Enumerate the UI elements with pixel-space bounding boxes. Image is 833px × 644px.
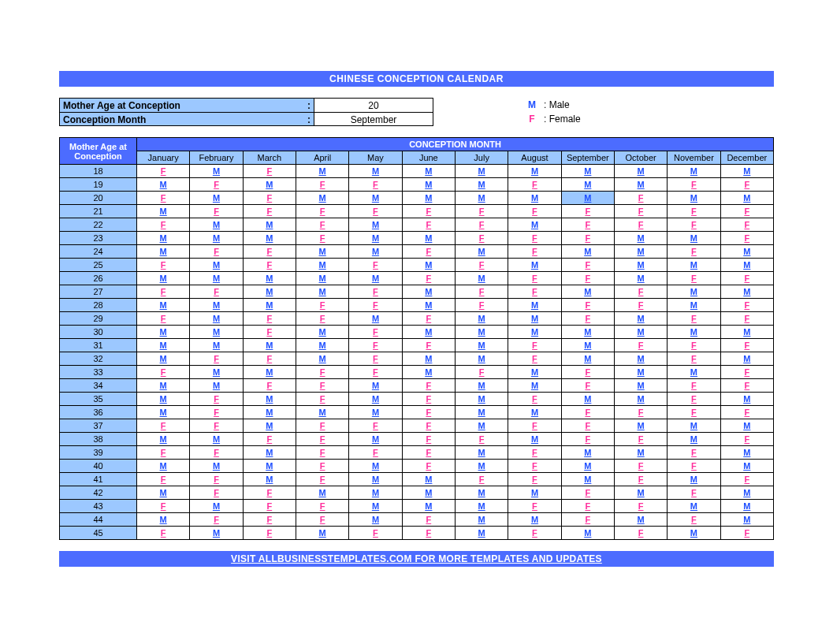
age-cell: 41: [60, 473, 137, 486]
gender-cell: M: [614, 486, 667, 500]
gender-cell: M: [402, 285, 455, 299]
gender-cell: F: [402, 446, 455, 460]
age-cell: 37: [60, 419, 137, 433]
param-colon: :: [295, 98, 314, 112]
gender-cell: F: [296, 205, 348, 218]
gender-cell: M: [455, 192, 508, 205]
gender-cell: F: [296, 473, 348, 486]
gender-cell: F: [720, 406, 773, 419]
gender-cell: M: [668, 232, 720, 245]
gender-cell: F: [508, 245, 561, 259]
gender-cell: F: [137, 192, 190, 205]
gender-cell: F: [190, 419, 243, 433]
header-month: September: [561, 151, 614, 165]
gender-cell: F: [296, 218, 348, 232]
gender-cell: M: [455, 460, 508, 473]
gender-cell: F: [455, 232, 508, 245]
gender-cell: M: [190, 259, 243, 272]
gender-cell: M: [561, 192, 614, 205]
gender-cell: M: [614, 259, 667, 272]
gender-cell: M: [296, 245, 348, 259]
gender-cell: M: [720, 326, 773, 339]
gender-cell: M: [402, 486, 455, 500]
gender-cell: M: [508, 165, 561, 178]
gender-cell: M: [296, 527, 348, 540]
gender-cell: M: [720, 419, 773, 433]
gender-cell: F: [296, 379, 348, 393]
gender-cell: F: [243, 352, 296, 366]
header-month-group: CONCEPTION MONTH: [137, 138, 774, 151]
gender-cell: M: [349, 513, 402, 527]
gender-cell: F: [561, 433, 614, 446]
gender-cell: F: [720, 473, 773, 486]
gender-cell: F: [190, 178, 243, 192]
age-cell: 35: [60, 393, 137, 406]
gender-cell: M: [455, 312, 508, 326]
gender-cell: F: [190, 473, 243, 486]
gender-cell: M: [349, 486, 402, 500]
gender-cell: F: [349, 352, 402, 366]
gender-cell: M: [137, 393, 190, 406]
gender-cell: M: [561, 285, 614, 299]
gender-cell: M: [349, 232, 402, 245]
gender-cell: M: [349, 433, 402, 446]
gender-cell: M: [508, 513, 561, 527]
gender-cell: F: [561, 299, 614, 312]
gender-cell: M: [190, 326, 243, 339]
gender-cell: M: [296, 406, 348, 419]
gender-cell: F: [455, 218, 508, 232]
gender-cell: F: [243, 513, 296, 527]
gender-cell: M: [137, 379, 190, 393]
gender-cell: F: [349, 366, 402, 379]
gender-cell: M: [137, 245, 190, 259]
gender-cell: F: [614, 285, 667, 299]
gender-cell: F: [668, 513, 720, 527]
gender-cell: M: [190, 379, 243, 393]
gender-cell: F: [561, 259, 614, 272]
gender-cell: M: [614, 272, 667, 285]
header-month: May: [349, 151, 402, 165]
gender-cell: F: [508, 352, 561, 366]
age-cell: 44: [60, 513, 137, 527]
gender-cell: M: [137, 272, 190, 285]
param-age-label: Mother Age at Conception: [59, 98, 295, 112]
header-month: April: [296, 151, 348, 165]
gender-cell: M: [296, 339, 348, 352]
param-colon: :: [295, 112, 314, 126]
age-cell: 43: [60, 500, 137, 513]
gender-cell: M: [668, 473, 720, 486]
gender-cell: M: [243, 460, 296, 473]
header-month: November: [668, 151, 720, 165]
gender-cell: M: [243, 393, 296, 406]
gender-cell: M: [190, 527, 243, 540]
age-cell: 32: [60, 352, 137, 366]
gender-cell: F: [296, 500, 348, 513]
gender-cell: M: [137, 513, 190, 527]
age-cell: 20: [60, 192, 137, 205]
gender-cell: M: [296, 352, 348, 366]
gender-cell: M: [614, 232, 667, 245]
gender-cell: M: [349, 245, 402, 259]
gender-cell: F: [243, 326, 296, 339]
param-month-value[interactable]: September: [314, 112, 433, 126]
gender-cell: M: [720, 192, 773, 205]
header-month: March: [243, 151, 296, 165]
gender-cell: M: [190, 433, 243, 446]
gender-cell: F: [402, 527, 455, 540]
gender-cell: F: [720, 527, 773, 540]
gender-cell: F: [296, 312, 348, 326]
age-cell: 26: [60, 272, 137, 285]
gender-cell: M: [243, 285, 296, 299]
footer-link[interactable]: VISIT ALLBUSINESSTEMPLATES.COM FOR MORE …: [59, 551, 774, 567]
param-age-value[interactable]: 20: [314, 98, 433, 112]
gender-cell: F: [402, 272, 455, 285]
gender-cell: F: [402, 419, 455, 433]
header-month: February: [190, 151, 243, 165]
gender-cell: M: [720, 446, 773, 460]
gender-cell: F: [561, 486, 614, 500]
gender-cell: F: [190, 513, 243, 527]
gender-cell: M: [614, 326, 667, 339]
page-title-banner: CHINESE CONCEPTION CALENDAR: [59, 71, 774, 87]
gender-cell: M: [614, 312, 667, 326]
gender-cell: M: [508, 379, 561, 393]
